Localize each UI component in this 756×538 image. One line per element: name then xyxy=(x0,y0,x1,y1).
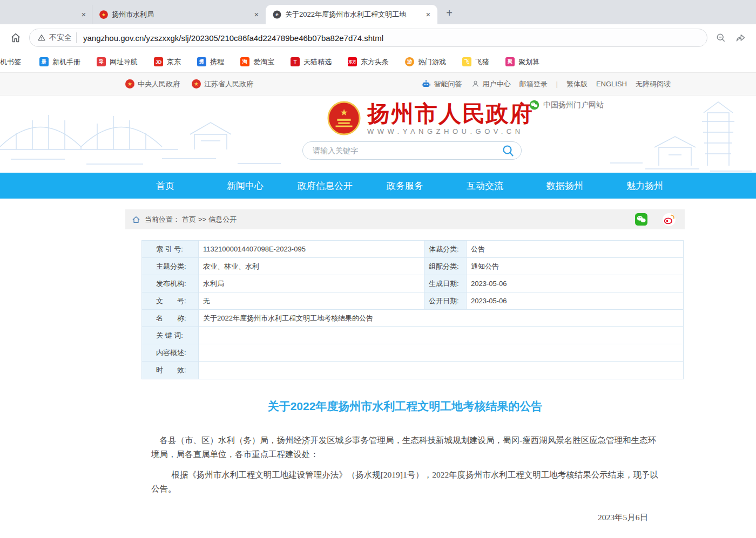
search-icon[interactable] xyxy=(502,144,515,157)
bookmark-item[interactable]: T 天猫精选 xyxy=(291,57,332,67)
meta-value: 无 xyxy=(199,292,424,309)
tab-partial[interactable]: × xyxy=(0,5,92,24)
nav-home[interactable]: 首页 xyxy=(125,173,205,199)
bookmark-icon: T xyxy=(291,57,300,66)
meta-label: 公开日期: xyxy=(424,292,467,309)
bookmark-icon: 东方 xyxy=(348,57,357,66)
article-paragraph: 各县（市、区）水利（务）局，扬州经济开发区城乡事务管理局，生态科技新城规划建设局… xyxy=(144,433,666,461)
divider: | xyxy=(556,80,558,88)
bookmark-item[interactable]: JD 京东 xyxy=(154,57,181,67)
divider xyxy=(76,32,77,43)
nav-news[interactable]: 新闻中心 xyxy=(205,173,285,199)
table-row: 时 效: xyxy=(142,362,683,379)
meta-label: 名 称: xyxy=(142,310,199,326)
bookmark-icon: 飞 xyxy=(462,57,471,66)
bookmark-label: 天猫精选 xyxy=(303,57,332,67)
new-tab-button[interactable]: + xyxy=(442,6,457,21)
english-version-link[interactable]: ENGLISH xyxy=(596,80,627,88)
nav-info-disclosure[interactable]: 政府信息公开 xyxy=(285,173,365,199)
bookmark-item[interactable]: 飞 飞猪 xyxy=(462,57,489,67)
portal-badge[interactable]: 中国扬州门户网站 xyxy=(529,100,604,110)
site-logo[interactable]: ★ 扬州市人民政府 WWW.YANGZHOU.GOV.CN xyxy=(327,101,534,135)
site-search xyxy=(302,141,522,160)
tab-yangzhou-water-bureau[interactable]: ★ 扬州市水利局 × xyxy=(92,5,266,24)
link-jiangsu-gov[interactable]: ★ 江苏省人民政府 xyxy=(192,79,253,89)
smart-qa-label: 智能问答 xyxy=(434,79,462,89)
meta-value: 关于2022年度扬州市水利工程文明工地考核结果的公告 xyxy=(199,310,683,326)
bookmark-item[interactable]: 册 新机手册 xyxy=(39,57,80,67)
nav-interaction[interactable]: 互动交流 xyxy=(445,173,525,199)
meta-label: 时 效: xyxy=(142,362,199,379)
user-center-label: 用户中心 xyxy=(483,79,511,89)
meta-value: 农业、林业、水利 xyxy=(199,258,424,275)
traditional-version-link[interactable]: 繁体版 xyxy=(566,79,588,89)
search-input[interactable] xyxy=(313,146,502,155)
bookmark-label: 京东 xyxy=(167,57,181,67)
main-nav: 首页 新闻中心 政府信息公开 政务服务 互动交流 数据扬州 魅力扬州 xyxy=(0,173,756,199)
zoom-out-icon[interactable] xyxy=(713,30,729,46)
bookmark-item[interactable]: 游 热门游戏 xyxy=(405,57,446,67)
nav-services[interactable]: 政务服务 xyxy=(365,173,445,199)
bookmark-item[interactable]: 聚 聚划算 xyxy=(505,57,539,67)
bookmark-icon: 导 xyxy=(97,57,106,66)
bookmark-item[interactable]: 导 网址导航 xyxy=(97,57,138,67)
wechat-share-icon[interactable] xyxy=(634,213,648,226)
address-bar[interactable]: 不安全 yangzhou.gov.cn/yzszxxgk/slj/202305/… xyxy=(29,29,707,47)
browser-tab-bar: × ★ 扬州市水利局 × e 关于2022年度扬州市水利工程文明工地 × + xyxy=(0,0,756,24)
share-icon[interactable] xyxy=(732,30,748,46)
meta-label: 发布机构: xyxy=(142,275,199,292)
table-row: 关 键 词: xyxy=(142,327,683,344)
close-icon[interactable]: × xyxy=(79,10,89,19)
bookmark-icon: JD xyxy=(154,57,163,66)
site-domain: WWW.YANGZHOU.GOV.CN xyxy=(367,127,534,135)
bookmark-label: 爱淘宝 xyxy=(253,57,274,67)
close-icon[interactable]: × xyxy=(423,10,433,19)
nav-data[interactable]: 数据扬州 xyxy=(525,173,605,199)
gov-emblem-icon: ★ xyxy=(192,79,201,88)
table-row: 名 称: 关于2022年度扬州市水利工程文明工地考核结果的公告 xyxy=(142,310,683,327)
table-row: 文 号: 无 公开日期: 2023-05-06 xyxy=(142,292,683,310)
breadcrumb: 当前位置： 首页 >> 信息公开 xyxy=(125,209,685,229)
bookmark-item[interactable]: 机书签 xyxy=(0,57,21,67)
home-icon[interactable] xyxy=(8,30,24,46)
accessibility-link[interactable]: 无障碍阅读 xyxy=(636,79,671,89)
link-central-gov[interactable]: ★ 中央人民政府 xyxy=(125,79,180,89)
security-label: 不安全 xyxy=(49,33,72,43)
bookmark-item[interactable]: 淘 爱淘宝 xyxy=(240,57,274,67)
meta-value: 通知公告 xyxy=(467,258,683,275)
bookmark-item[interactable]: 东方 东方头条 xyxy=(348,57,389,67)
gov-emblem-icon: ★ xyxy=(125,79,134,88)
meta-value: 2023-05-06 xyxy=(467,275,683,292)
bookmark-item[interactable]: 携 携程 xyxy=(197,57,224,67)
table-row: 发布机构: 水利局 生成日期: 2023-05-06 xyxy=(142,275,683,292)
url-text[interactable]: yangzhou.gov.cn/yzszxxgk/slj/202305/210c… xyxy=(83,33,383,43)
nav-charm[interactable]: 魅力扬州 xyxy=(605,173,685,199)
meta-label: 体裁分类: xyxy=(424,241,467,257)
gov-link-label: 中央人民政府 xyxy=(138,79,180,89)
tab-active-announcement[interactable]: e 关于2022年度扬州市水利工程文明工地 × xyxy=(266,5,437,24)
close-icon[interactable]: × xyxy=(252,10,261,19)
bookmark-label: 飞猪 xyxy=(475,57,489,67)
warning-icon xyxy=(37,33,46,42)
meta-value xyxy=(199,344,683,361)
user-center-link[interactable]: 用户中心 xyxy=(471,79,511,89)
gov-link-label: 江苏省人民政府 xyxy=(204,79,253,89)
breadcrumb-home-link[interactable]: 首页 xyxy=(182,215,196,224)
bookmark-label: 携程 xyxy=(210,57,224,67)
weibo-share-icon[interactable] xyxy=(662,213,676,227)
tab-title: 关于2022年度扬州市水利工程文明工地 xyxy=(285,10,420,19)
article-date: 2023年5月6日 xyxy=(144,512,666,523)
site-header-banner: ★ 扬州市人民政府 WWW.YANGZHOU.GOV.CN 中国扬州门户网站 xyxy=(0,96,756,173)
meta-value: 2023-05-06 xyxy=(467,292,683,309)
meta-value: 水利局 xyxy=(199,275,424,292)
bookmark-icon: 淘 xyxy=(240,57,249,66)
bookmark-label: 热门游戏 xyxy=(418,57,446,67)
bookmark-label: 网址导航 xyxy=(110,57,138,67)
site-title: 扬州市人民政府 xyxy=(367,101,534,126)
national-emblem-icon: ★ xyxy=(327,101,361,135)
breadcrumb-current[interactable]: 信息公开 xyxy=(208,215,237,224)
page-content: 当前位置： 首页 >> 信息公开 索 引 号: 1132100001440709… xyxy=(125,209,685,538)
smart-qa-link[interactable]: 智能问答 xyxy=(421,79,462,90)
mail-login-link[interactable]: 邮箱登录 xyxy=(519,79,548,89)
table-row: 主题分类: 农业、林业、水利 组配分类: 通知公告 xyxy=(142,258,683,275)
